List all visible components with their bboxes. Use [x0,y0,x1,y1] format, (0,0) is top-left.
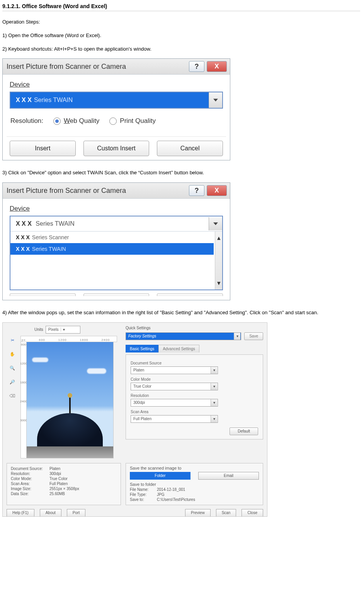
zoom-in-icon[interactable]: 🔍 [9,364,16,372]
scroll-down-icon[interactable]: ▾ [217,279,221,287]
dialog-body: Device X X X Series TWAIN X X X Series S… [3,199,230,292]
button-row-obscured [3,292,230,296]
chevron-down-icon[interactable] [209,92,222,108]
device-value-prefix: X X X [16,97,32,104]
close-button[interactable]: Close [242,509,263,516]
resolution-label: Resolution: [10,117,43,125]
scan-preview-image[interactable] [27,342,114,458]
device-combobox-open[interactable]: X X X Series TWAIN X X X Series Scanner … [10,216,223,290]
settings-column: Quick Settings Factory Settings Save Bas… [119,326,263,439]
info-doc-source-k: Document Source: [11,467,49,471]
file-name-v: 2014-12-18_001 [157,487,185,492]
close-button[interactable]: X [207,185,227,196]
file-type-k: File Type: [130,492,157,497]
info-image-size-v: 2551px × 3508px [49,487,79,491]
color-mode-label: Color Mode [131,377,258,381]
dropdown-item-twain[interactable]: X X X Series TWAIN [10,243,214,255]
resolution-row: Resolution: Web Quality Print Quality [10,117,223,125]
print-quality-radio[interactable]: Print Quality [109,117,156,125]
button-row: Insert Custom Insert Cancel [3,141,230,156]
info-data-size-v: 25.60MB [49,492,65,496]
dropdown-item-suffix: Series TWAIN [32,246,66,252]
basic-settings-panel: Document Source Platen Color Mode True C… [126,354,263,439]
help-button[interactable]: Help (F1) [7,509,34,516]
color-mode-combobox[interactable]: True Color [131,383,218,390]
ruler-tick: 600 [39,338,45,342]
custom-insert-button[interactable] [83,293,150,296]
scrollbar[interactable]: ▴ ▾ [215,232,222,289]
web-quality-radio[interactable]: Web Quality [53,117,99,125]
hand-icon[interactable]: ✋ [9,351,16,358]
dropdown-item-prefix: X X X [16,234,30,240]
save-subtitle: Save to folder [130,482,259,487]
info-scan-area-v: Full Platen [49,482,68,486]
settings-tabs: Basic Settings Advanced Settings [126,345,263,352]
device-combobox[interactable]: X X X Series TWAIN [10,92,223,109]
divider [7,136,226,137]
insert-button[interactable]: Insert [10,141,76,156]
default-button[interactable]: Default [230,427,258,435]
save-to-folder-button[interactable]: Folder [130,472,191,480]
crop-icon[interactable]: ✂ [9,337,16,344]
port-button[interactable]: Port [67,509,85,516]
info-doc-source-v: Platen [49,467,60,471]
tab-basic-settings[interactable]: Basic Settings [126,345,158,352]
close-button[interactable]: X [207,61,227,72]
insert-button[interactable] [10,293,76,296]
insert-picture-dialog: Insert Picture from Scanner or Camera ? … [2,58,230,160]
dropdown-item-suffix: Series Scanner [32,234,69,240]
info-data-size-k: Data Size: [11,492,49,496]
document-source-combobox[interactable]: Platen [131,366,218,374]
scan-area-combobox[interactable]: Full Platen [131,415,218,423]
save-to-email-button[interactable]: Email [198,472,259,480]
custom-insert-button[interactable]: Custom Insert [83,141,150,156]
scan-info-box: Document Source:Platen Resolution:300dpi… [7,463,121,505]
bottom-button-row: Help (F1) About Port Preview Scan Close [3,508,267,516]
quick-settings-save-button[interactable]: Save [244,332,263,340]
quick-settings-combobox[interactable]: Factory Settings [126,332,241,340]
resolution-combobox[interactable]: 300dpi [131,399,218,407]
scan-application-window: ✂ ✋ 🔍 🔎 ⌫ Units Pixels ▾ px 600 1200 180… [2,322,267,517]
zoom-out-icon[interactable]: 🔎 [9,378,16,386]
document-source-label: Document Source [131,361,258,365]
step-2-text: 2) Keyboard shortcuts: Alt+I+P+S to open… [2,45,360,53]
cancel-button[interactable]: Cancel [157,141,223,156]
file-name-k: File Name: [130,487,157,492]
help-button[interactable]: ? [189,61,204,72]
ruler-horizontal: px 600 1200 1800 2400 [20,336,117,342]
ruler-tick: 1200 [20,362,27,365]
tab-advanced-settings[interactable]: Advanced Settings [158,345,199,352]
quick-settings-label: Quick Settings [126,326,263,330]
dialog-body: Device X X X Series TWAIN Resolution: We… [3,75,230,136]
ruler-tick: px [22,338,26,342]
radio-on-icon [53,117,61,125]
dropdown-item-scanner[interactable]: X X X Series Scanner [10,232,214,243]
ruler-vertical: 600 1200 1800 2400 3000 [20,342,27,458]
scan-button[interactable]: Scan [216,509,236,516]
help-button[interactable]: ? [189,185,204,196]
ruler-tick: 2400 [20,400,27,403]
resolution-label: Resolution [131,393,258,398]
ruler-tick: 1200 [58,338,67,342]
preview-button[interactable]: Preview [185,509,211,516]
insert-picture-dialog-expanded: Insert Picture from Scanner or Camera ? … [2,182,230,300]
reset-icon[interactable]: ⌫ [9,392,16,400]
scroll-up-icon[interactable]: ▴ [217,234,221,242]
about-button[interactable]: About [40,509,61,516]
print-quality-label: Print Quality [120,117,156,125]
dialog-title: Insert Picture from Scanner or Camera [7,187,126,195]
device-dropdown-list: X X X Series Scanner X X X Series TWAIN … [10,231,222,289]
chevron-down-icon: ▾ [61,327,66,332]
chevron-down-icon[interactable] [209,217,222,230]
device-value-prefix: X X X [16,220,32,227]
radio-off-icon [109,117,117,125]
device-combobox-text: X X X Series TWAIN [10,216,222,231]
device-combobox-text: X X X Series TWAIN [10,92,209,108]
units-combobox-value: Pixels [48,327,59,332]
ruler-tick: 3000 [20,419,27,422]
device-value-suffix: Series TWAIN [36,220,74,227]
scan-area-label: Scan Area [131,410,258,414]
units-combobox[interactable]: Pixels ▾ [46,326,80,334]
cancel-button[interactable] [157,293,223,296]
preview-column: Units Pixels ▾ px 600 1200 1800 2400 600… [20,326,117,458]
